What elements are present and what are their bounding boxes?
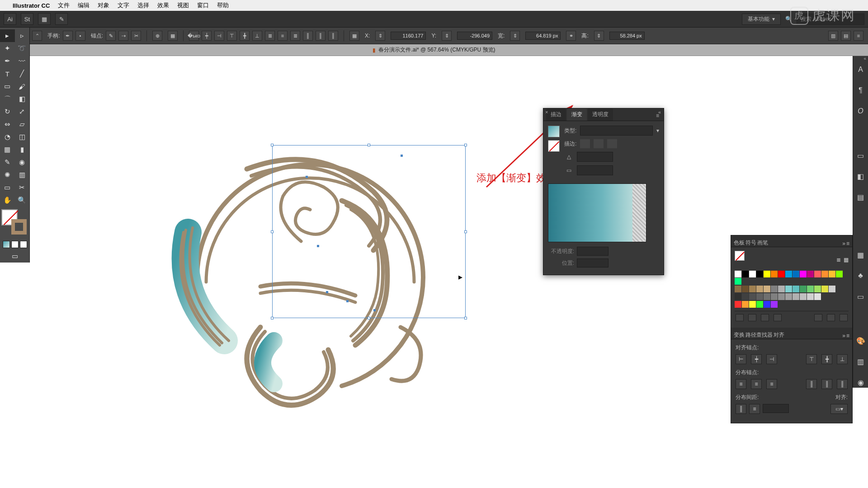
swatch[interactable] <box>735 286 741 292</box>
menu-select[interactable]: 选择 <box>137 1 149 9</box>
anchor-cut-icon[interactable]: ✂ <box>131 31 141 41</box>
hand-tool[interactable]: ✋ <box>0 194 15 206</box>
swatch[interactable] <box>756 301 763 308</box>
align-to-select[interactable]: ▭▾ <box>830 404 848 414</box>
dock-appearance-icon[interactable]: ◉ <box>855 377 866 388</box>
menu-window[interactable]: 窗口 <box>197 1 209 9</box>
swatch-list-view-icon[interactable]: ≣ <box>836 257 841 263</box>
tab-swatches[interactable]: 色板 <box>734 239 745 247</box>
swatch[interactable] <box>807 293 814 300</box>
shape-builder-tool[interactable]: ◔ <box>0 131 15 143</box>
swatch[interactable] <box>749 271 756 277</box>
dist-left-btn[interactable]: ║ <box>806 379 817 389</box>
gradient-angle-input[interactable] <box>577 152 613 162</box>
color-mode-gradient[interactable] <box>3 241 10 248</box>
swatch[interactable] <box>800 293 807 300</box>
blend-tool[interactable]: ◉ <box>15 156 30 169</box>
swatch[interactable] <box>814 293 821 300</box>
align-left-icon[interactable]: �ько <box>189 31 199 41</box>
swatch[interactable] <box>793 293 799 300</box>
swatch[interactable] <box>756 271 763 277</box>
h-stepper-icon[interactable]: ⇕ <box>594 31 604 41</box>
document-tab[interactable]: ▮ 春分演示文件.ai* @ 567.64% (CMYK/GPU 预览) <box>0 44 868 56</box>
menu-view[interactable]: 视图 <box>177 1 189 9</box>
tab-symbols[interactable]: 符号 <box>745 239 756 247</box>
line-tool[interactable]: ╱ <box>15 67 30 80</box>
align-top-btn[interactable]: ⊤ <box>806 354 817 364</box>
tab-gradient[interactable]: 渐变 <box>567 108 587 121</box>
dock-swatches-icon[interactable]: ♣ <box>855 270 866 281</box>
swatch[interactable] <box>778 293 785 300</box>
dist-right-icon[interactable]: ≣ <box>290 31 300 41</box>
menu-effect[interactable]: 效果 <box>157 1 169 9</box>
swatch[interactable] <box>735 278 741 285</box>
tab-pathfinder[interactable]: 路径查找器 <box>745 331 773 339</box>
align-hcenter-btn[interactable]: ┿ <box>751 354 762 364</box>
gradient-fill-swatch[interactable] <box>548 126 560 137</box>
swatch[interactable] <box>756 286 763 292</box>
bridge-icon[interactable]: ✎ <box>55 13 68 25</box>
swatch[interactable] <box>821 286 828 292</box>
magic-wand-tool[interactable]: ✦ <box>0 42 15 55</box>
color-mode-solid[interactable] <box>11 241 19 248</box>
dist-vspace-btn[interactable]: ║ <box>736 404 746 414</box>
dist-hspace-btn[interactable]: ≡ <box>749 404 760 414</box>
swatch[interactable] <box>785 286 792 292</box>
swatch[interactable] <box>793 286 799 292</box>
swatch-fill-indicator[interactable] <box>735 251 745 261</box>
rotate-tool[interactable]: ↻ <box>0 105 15 118</box>
panel-close-icon[interactable]: × <box>545 109 548 115</box>
h-value-input[interactable]: 58.284 px <box>609 32 645 40</box>
zoom-tool[interactable]: 🔍 <box>15 194 30 206</box>
mesh-tool[interactable]: ▦ <box>0 143 15 156</box>
swatch[interactable] <box>778 271 785 277</box>
panel-collapse-icon[interactable]: « <box>658 109 661 115</box>
swatch[interactable] <box>785 271 792 277</box>
arrange-icon[interactable]: ▦ <box>38 13 51 25</box>
swatch[interactable] <box>807 286 814 292</box>
dock-collapse-icon[interactable]: « <box>863 56 866 61</box>
gradient-location-input[interactable] <box>577 258 609 267</box>
column-graph-tool[interactable]: ▥ <box>15 169 30 181</box>
swatch[interactable] <box>793 271 799 277</box>
stock-icon[interactable]: St <box>21 13 33 25</box>
swatch[interactable] <box>756 293 763 300</box>
x-stepper-icon[interactable]: ⇕ <box>375 31 385 41</box>
width-tool[interactable]: ⇔ <box>0 118 15 131</box>
dist-spacing-input[interactable] <box>763 404 789 413</box>
convert-smooth-icon[interactable]: ⌃ <box>32 31 42 41</box>
swatch-grid-view-icon[interactable]: ▦ <box>844 257 849 263</box>
link-wh-icon[interactable]: ⚭ <box>566 31 576 41</box>
swatch[interactable] <box>800 271 807 277</box>
swatch-group-icon[interactable] <box>774 314 782 321</box>
workspace-switcher[interactable]: 基本功能▾ <box>742 14 781 25</box>
handle-pen-icon[interactable]: ✒ <box>63 31 73 41</box>
dist-bottom-btn[interactable]: ≡ <box>766 379 777 389</box>
swatch-folder-icon[interactable] <box>814 314 822 321</box>
dist-hcenter-btn[interactable]: ║ <box>821 379 832 389</box>
pen-tool[interactable]: ✒ <box>0 55 15 67</box>
swatch[interactable] <box>742 293 749 300</box>
swatch-lib-icon[interactable] <box>736 314 744 321</box>
swatch[interactable] <box>749 293 756 300</box>
gradient-ramp[interactable] <box>548 183 646 242</box>
dock-brushes-icon[interactable]: ▭ <box>855 291 866 302</box>
stroke-swatch[interactable] <box>11 219 27 235</box>
swatch[interactable] <box>771 271 778 277</box>
type-tool[interactable]: T <box>0 67 15 80</box>
swatch[interactable] <box>735 301 741 308</box>
eraser-tool[interactable]: ◧ <box>15 93 30 105</box>
fill-stroke-indicator[interactable] <box>1 209 28 236</box>
swatch[interactable] <box>836 271 843 277</box>
swatch[interactable] <box>778 286 785 292</box>
selection-tool[interactable]: ▸ <box>0 29 15 42</box>
ctrl-menu-icon[interactable]: ≡ <box>854 31 863 41</box>
stroke-align3-icon[interactable] <box>607 139 617 148</box>
free-transform-tool[interactable]: ▱ <box>15 118 30 131</box>
dist-vcenter-btn[interactable]: ≡ <box>751 379 762 389</box>
swatch[interactable] <box>829 286 835 292</box>
paintbrush-tool[interactable]: 🖌 <box>15 80 30 93</box>
dock-paragraph-icon[interactable]: ¶ <box>855 85 866 96</box>
y-stepper-icon[interactable]: ⇕ <box>442 31 452 41</box>
menu-object[interactable]: 对象 <box>98 1 109 9</box>
